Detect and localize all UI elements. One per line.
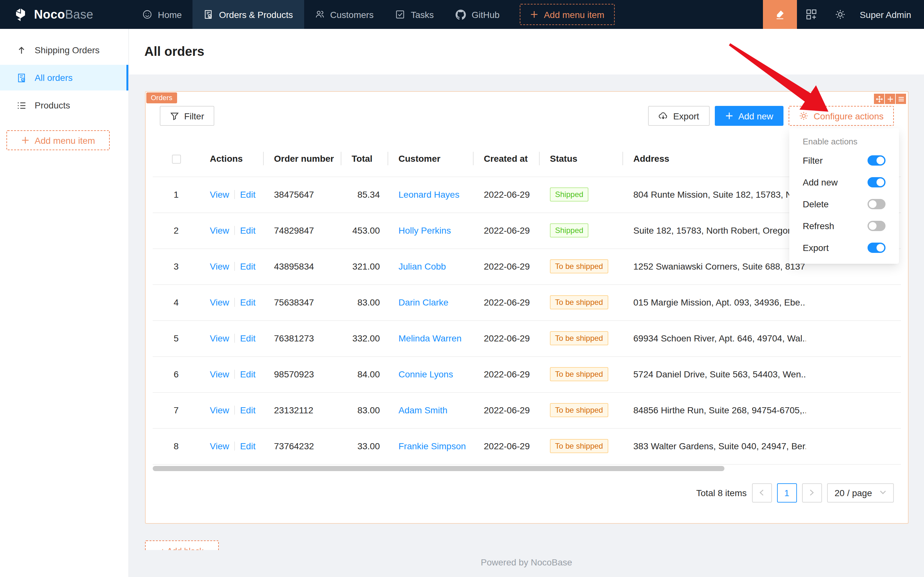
sidebar-item-products[interactable]: Products (0, 92, 128, 118)
customer-link[interactable]: Frankie Simpson (398, 441, 466, 451)
table-horizontal-scrollbar[interactable] (153, 466, 724, 471)
table-row: 7 ViewEdit 23132112 83.00 Adam Smith 202… (153, 392, 901, 428)
view-link[interactable]: View (210, 369, 229, 379)
view-link[interactable]: View (210, 441, 229, 451)
view-link[interactable]: View (210, 225, 229, 235)
nav-item-label: Orders & Products (219, 9, 293, 19)
plugin-manager-button[interactable] (797, 0, 826, 29)
cell-created-at: 2022-06-29 (473, 428, 540, 464)
link-divider (234, 370, 235, 379)
toggle-export[interactable] (868, 243, 885, 253)
view-link[interactable]: View (210, 405, 229, 415)
row-index: 2 (153, 213, 200, 248)
toggle-delete[interactable] (868, 199, 885, 209)
settings-button[interactable] (826, 0, 855, 29)
cell-address: 383 Walter Gardens, Suite 040, 24947, Be… (623, 428, 806, 464)
col-header-address: Address (623, 141, 806, 177)
cell-filler (806, 392, 901, 428)
nav-item-github[interactable]: GitHub (445, 0, 510, 29)
drag-handle-icon[interactable] (874, 94, 884, 104)
link-divider (234, 298, 235, 307)
customer-link[interactable]: Connie Lyons (398, 369, 453, 379)
cell-address: 804 Runte Mission, Suite 182, 15783, N (623, 177, 806, 213)
nav-item-orders-products[interactable]: Orders & Products (193, 0, 304, 29)
cell-customer: Holly Perkins (388, 213, 473, 248)
gear-icon (835, 9, 846, 20)
plus-icon (725, 112, 733, 120)
customer-link[interactable]: Adam Smith (398, 405, 448, 415)
export-button[interactable]: Export (648, 106, 709, 126)
view-link[interactable]: View (210, 297, 229, 308)
prev-page-button[interactable] (752, 483, 772, 502)
customer-link[interactable]: Melinda Warren (398, 333, 462, 343)
block-menu-icon[interactable] (896, 94, 906, 104)
view-link[interactable]: View (210, 261, 229, 271)
filter-button[interactable]: Filter (160, 106, 214, 126)
edit-link[interactable]: Edit (240, 225, 255, 235)
toggle-refresh[interactable] (868, 221, 885, 231)
add-new-button[interactable]: Add new (715, 106, 784, 126)
edit-link[interactable]: Edit (240, 297, 255, 308)
cell-status: Shipped (540, 177, 623, 213)
table-row: 4 ViewEdit 75638347 83.00 Darin Clarke 2… (153, 284, 901, 320)
page-size-select[interactable]: 20 / page (827, 483, 894, 502)
edit-link[interactable]: Edit (240, 369, 255, 379)
status-badge: To be shipped (550, 295, 608, 309)
table-row: 1 ViewEdit 38475647 85.34 Leonard Hayes … (153, 177, 901, 213)
toggle-filter[interactable] (868, 155, 885, 166)
customer-link[interactable]: Darin Clarke (398, 297, 449, 308)
ui-editor-toggle-button[interactable] (763, 0, 797, 29)
edit-link[interactable]: Edit (240, 405, 255, 415)
pagination: Total 8 items 1 20 / page (146, 483, 894, 502)
enable-actions-item[interactable]: Add new (789, 171, 899, 193)
enable-actions-item[interactable]: Refresh (789, 215, 899, 237)
add-block-icon[interactable] (885, 94, 895, 104)
enable-actions-item[interactable]: Filter (789, 150, 899, 171)
nav-add-menu-item-button[interactable]: Add menu item (520, 4, 614, 25)
link-divider (234, 334, 235, 343)
sidebar-item-all-orders[interactable]: All orders (0, 65, 128, 90)
row-actions: ViewEdit (200, 356, 264, 392)
sidebar-item-shipping-orders[interactable]: Shipping Orders (0, 37, 128, 63)
enable-actions-item[interactable]: Export (789, 237, 899, 259)
view-link[interactable]: View (210, 333, 229, 343)
row-actions: ViewEdit (200, 320, 264, 356)
nav-item-home[interactable]: Home (132, 0, 193, 29)
cell-total: 84.00 (341, 356, 388, 392)
edit-link[interactable]: Edit (240, 441, 255, 451)
cell-customer: Adam Smith (388, 392, 473, 428)
edit-link[interactable]: Edit (240, 261, 255, 271)
cell-status: To be shipped (540, 428, 623, 464)
enable-actions-item[interactable]: Delete (789, 193, 899, 215)
gear-icon (799, 111, 808, 121)
block-collection-tag: Orders (146, 92, 177, 103)
toggle-add-new[interactable] (868, 177, 885, 187)
next-page-button[interactable] (802, 483, 822, 502)
nav-item-customers[interactable]: Customers (304, 0, 384, 29)
customer-link[interactable]: Julian Cobb (398, 261, 446, 271)
cell-customer: Connie Lyons (388, 356, 473, 392)
customer-link[interactable]: Leonard Hayes (398, 189, 459, 200)
user-menu[interactable]: Super Admin (860, 9, 911, 19)
chevron-down-icon (880, 490, 886, 495)
sidebar-add-menu-item-button[interactable]: Add menu item (6, 130, 110, 150)
nocobase-logo[interactable]: NocoBase (0, 7, 132, 22)
cell-order-number: 38475647 (264, 177, 341, 213)
nav-item-label: Tasks (410, 9, 434, 19)
edit-link[interactable]: Edit (240, 189, 255, 200)
cell-order-number: 74829847 (264, 213, 341, 248)
select-all-checkbox[interactable] (172, 155, 180, 164)
customer-link[interactable]: Holly Perkins (398, 225, 451, 235)
page-1-button[interactable]: 1 (777, 483, 797, 502)
configure-actions-button[interactable]: Configure actions (789, 106, 894, 126)
cell-order-number: 23132112 (264, 392, 341, 428)
nav-item-tasks[interactable]: Tasks (384, 0, 445, 29)
cell-created-at: 2022-06-29 (473, 284, 540, 320)
nav-item-label: GitHub (472, 9, 499, 19)
add-block-button[interactable]: + Add block (145, 540, 219, 550)
view-link[interactable]: View (210, 189, 229, 200)
cell-customer: Leonard Hayes (388, 177, 473, 213)
enable-actions-item-label: Refresh (803, 221, 834, 231)
row-index: 6 (153, 356, 200, 392)
edit-link[interactable]: Edit (240, 333, 255, 343)
